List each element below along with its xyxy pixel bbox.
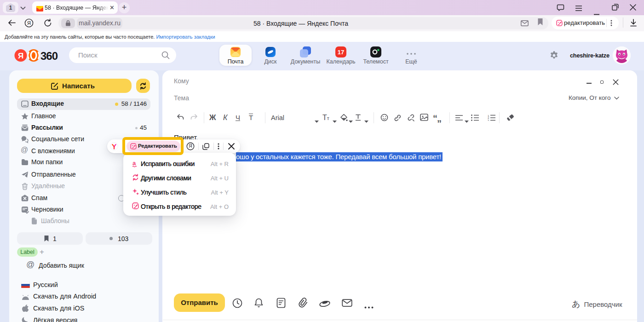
svg-text:17: 17 bbox=[338, 49, 344, 56]
svg-text:а: а bbox=[132, 160, 136, 167]
svg-text:Я: Я bbox=[27, 20, 31, 26]
svg-text:Я: Я bbox=[189, 144, 192, 149]
svg-text:3: 3 bbox=[488, 120, 489, 121]
svg-text:Я: Я bbox=[18, 52, 23, 60]
